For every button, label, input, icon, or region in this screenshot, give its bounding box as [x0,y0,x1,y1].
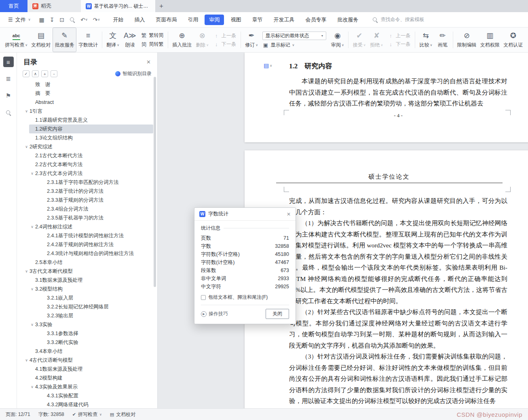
include-footnotes-checkbox[interactable]: 包括文本框、脚注和尾注(F) [201,294,289,301]
chevron-down-icon[interactable]: ∨ [23,269,30,273]
toc-item[interactable]: 1.3论文组织结构 [29,133,153,142]
toc-item[interactable]: 4.3.2网络搭建代码 [41,400,153,408]
previous-comment-button[interactable]: ↑ 上一条 [213,32,236,39]
command-search-input[interactable]: 查找命令、搜索模板 [372,16,424,23]
proofread-button[interactable]: ▤ 文档校对 [30,27,53,52]
toc-scrollbar-thumb[interactable] [154,77,156,287]
review-button[interactable]: ◉ 审阅∨ [329,27,346,52]
status-spellcheck-button[interactable]: ✔ 拼写检查 ∨ [72,411,102,418]
menu-item[interactable]: 开始 [108,15,128,25]
word-count-dialog[interactable]: W 字数统计 ✕ 统计信息 页数71字数32858字符数(不计空格)45180字… [194,207,296,324]
comment-indicator[interactable]: ▤ ∨ [264,62,272,69]
menu-item[interactable]: 会员专享 [301,15,331,25]
toc-item[interactable]: 2.4.1基于统计模型的词性标注方法 [41,231,153,240]
print-button[interactable]: ⊡ [57,15,66,24]
tips-link[interactable]: ▶ 操作技巧 [201,310,228,317]
toc-item[interactable]: 3.3.2断代实验 [41,338,153,347]
toc-item[interactable]: 4.1数据来源及预处理 [29,365,153,374]
redo-button[interactable]: ↷∨ [91,15,102,24]
toc-item[interactable]: 2.2古代文本断句方法 [29,160,153,169]
toc-item[interactable]: 2.5本章小结 [29,258,153,267]
simp-to-trad-button[interactable]: 简 简转繁 [141,41,163,48]
toc-item[interactable]: 4.2模型构建 [29,374,153,382]
toc-select-button[interactable]: ✓ [23,70,30,77]
close-icon[interactable]: ✕ [146,59,151,65]
read-aloud-button[interactable]: A≫ 朗读 [122,27,139,52]
export-button[interactable]: ↧ [48,15,57,24]
reject-button[interactable]: ✘ 拒绝∨ [368,27,385,52]
menu-item[interactable]: 视图 [226,15,245,25]
trad-to-simp-button[interactable]: 繁 繁转简 [141,32,163,39]
toc-item[interactable]: 1.2研究内容 [29,125,153,133]
toc-item[interactable]: Abstract [29,98,153,107]
chevron-down-icon[interactable]: ∨ [23,145,30,149]
print-preview-button[interactable] [68,16,77,24]
toc-reduce-button[interactable]: － [51,70,57,77]
toc-item[interactable]: ∨2.3古代文本分词方法 [29,169,153,178]
toc-collapse-all-button[interactable]: ∧ [32,70,39,77]
toc-item[interactable]: 3.2.1嵌入层 [41,293,153,302]
outline-panel-button[interactable]: ≣ [3,74,14,84]
toc-item[interactable]: 3.2.2长短期记忆神经网络层 [41,302,153,311]
save-button[interactable]: ▦ [37,15,46,24]
close-icon[interactable]: ✕ [287,211,291,217]
bookmark-panel-button[interactable]: ⚑ [3,91,14,101]
toc-item[interactable]: ∨3.2模型结构 [29,285,153,293]
toc-item[interactable]: 3.1数据来源及预处理 [29,276,153,285]
toc-item[interactable]: 2.4.3统计与规则相结合的词性标注方法 [41,249,153,258]
toc-item[interactable]: 2.3.4组合分词方法 [41,205,153,213]
menu-item[interactable]: 页面布局 [151,15,181,25]
document-permission-button[interactable]: ▥ 文档权限 [478,27,501,52]
document-page-4[interactable]: 1.2 研究内容 本课题的研究目的是利用现有成熟的基于深度学习的自然语言处理技术… [245,53,528,142]
toc-item[interactable]: ∨3古代文本断代模型 [23,267,153,276]
translate-button[interactable]: 文 翻译∨ [104,27,122,52]
next-comment-button[interactable]: ↓ 下一条 [213,41,236,48]
undo-button[interactable]: ↶∨ [78,15,90,24]
chevron-down-icon[interactable]: ∨ [29,323,35,327]
chevron-down-icon[interactable]: ∨ [29,225,35,229]
toc-item[interactable]: 摘 要 [29,89,153,98]
toc-item[interactable]: 3.4本章小结 [29,347,153,356]
next-revision-button[interactable]: ↓ 下一条 [388,41,410,48]
toc-item[interactable]: ∨4古代汉语断句模型 [23,356,153,365]
toc-item[interactable]: 2.3.3基于规则的分词方法 [41,196,153,205]
grading-service-button[interactable]: ✎ 批改服务 [53,27,76,52]
tab-home[interactable]: 首页 [0,0,27,12]
tab-document[interactable]: W 基于机器学习的... 硕士毕业设 [81,0,155,12]
word-count-button[interactable]: ≡ 字数统计 [76,27,99,52]
restrict-editing-button[interactable]: ⊘ 限制编辑 [455,27,478,52]
toc-item[interactable]: ∨1引言 [23,107,153,116]
toc-expand-button[interactable]: ＋ [41,70,48,77]
toc-item[interactable]: 3.2.3输出层 [41,311,153,320]
track-changes-button[interactable]: ✒ 修订∨ [243,27,260,52]
previous-revision-button[interactable]: ↑ 上一条 [388,32,410,39]
menu-item[interactable]: 插入 [130,15,149,25]
toc-item[interactable]: ∨4.3实验及效果展示 [29,382,153,391]
menu-item[interactable]: 开发工具 [269,15,299,25]
toc-item[interactable]: ∨2研究综述 [23,142,153,151]
toc-item[interactable]: 1.1课题研究背景及意义 [29,116,153,125]
toc-item[interactable]: 2.3.2基于统计的分词方法 [41,187,153,196]
delete-comment-button[interactable]: ⊗ 删除∨ [194,27,211,52]
smart-toc-button[interactable]: 智能识别目录 [115,70,152,77]
chevron-down-icon[interactable]: ∨ [29,385,35,389]
show-markup-button[interactable]: ▣ 显示标记 ∨ [262,42,326,49]
markup-state-select[interactable]: 显示标记的最终状态 ▼ [262,32,326,40]
toc-item[interactable]: 2.4.2基于规则的词性标注方法 [41,240,153,249]
find-panel-button[interactable] [3,108,14,118]
toc-item[interactable]: 4.3.1实验配置 [41,391,153,400]
new-tab-button[interactable]: ＋ [155,0,167,12]
toc-item[interactable]: 致 谢 [29,80,153,89]
spellcheck-button[interactable]: abc 拼写检查∨ [3,27,30,52]
menu-item[interactable]: 章节 [247,15,267,25]
chevron-down-icon[interactable]: ∨ [23,109,30,113]
compare-button[interactable]: ⇆ 比较∨ [417,27,435,52]
toc-item[interactable]: 2.1古代文本断代方法 [29,151,153,160]
menu-item[interactable]: 批改服务 [333,15,363,25]
chevron-down-icon[interactable]: ∨ [29,171,35,175]
chevron-down-icon[interactable]: ∨ [23,358,30,362]
close-dialog-button[interactable]: 关闭 [266,309,289,319]
toc-item[interactable]: ∨2.4词性标注综述 [29,222,153,231]
toc-item[interactable]: 3.3.1参数选择 [41,329,153,338]
menu-item[interactable]: 引用 [183,15,203,25]
